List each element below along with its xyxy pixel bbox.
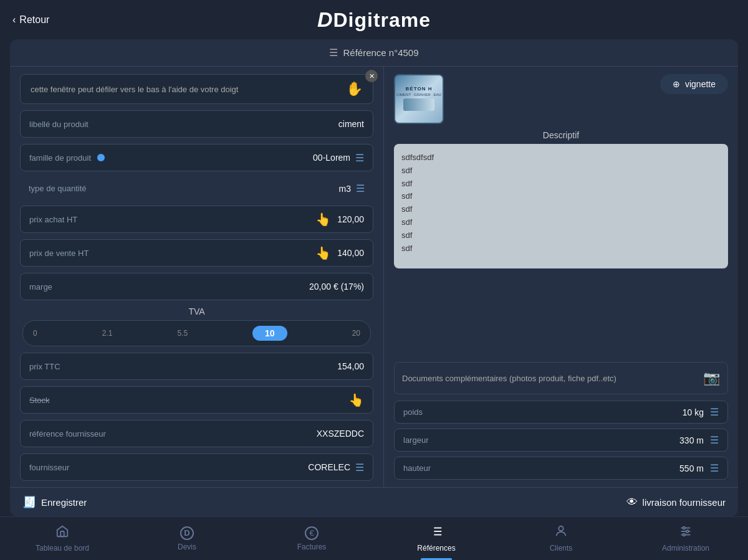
back-label: Retour xyxy=(19,14,49,26)
prix-vente-value: 140,00 xyxy=(337,248,364,258)
back-button[interactable]: ‹ Retour xyxy=(12,14,49,26)
marge-field: marge 20,00 € (17%) xyxy=(20,273,373,300)
dim-value-hauteur: 550 m ☰ xyxy=(679,462,719,474)
dim-row-largeur: largeur 330 m ☰ xyxy=(394,429,728,452)
documents-section[interactable]: Documents complémentaires (photos produi… xyxy=(394,362,728,394)
nav-label-devis: Devis xyxy=(178,543,196,551)
vignette-button[interactable]: ⊕ vignette xyxy=(660,74,728,94)
dim-label-poids: poids xyxy=(403,407,423,417)
svg-point-13 xyxy=(683,534,685,536)
app-title: DDigitrame xyxy=(317,7,431,32)
tva-label: TVA xyxy=(22,306,371,316)
dim-largeur-menu-icon[interactable]: ☰ xyxy=(710,434,719,446)
nav-icon-euro: € xyxy=(305,526,319,540)
nav-icon-list xyxy=(429,524,443,541)
save-label: Enregistrer xyxy=(41,497,87,508)
documents-label: Documents complémentaires (photos produi… xyxy=(402,374,616,383)
nav-item-clients[interactable]: Clients xyxy=(499,517,623,560)
dim-poids-menu-icon[interactable]: ☰ xyxy=(710,406,719,418)
tva-slider[interactable]: 0 2.1 5.5 10 20 xyxy=(22,320,371,346)
nav-item-references[interactable]: Références xyxy=(374,517,499,560)
main-card: ☰ Référence n°4509 cette fenêtre peut dé… xyxy=(10,39,738,516)
stock-label: Stock xyxy=(29,396,50,405)
nav-label-references: Références xyxy=(417,544,455,553)
qty-label: type de quantité xyxy=(29,184,87,193)
descriptif-section: Descriptif sdfsdfsdfsdfsdfsdfsdfsdfsdfsd… xyxy=(394,130,728,356)
fournisseur-field[interactable]: fournisseur CORELEC ☰ xyxy=(20,453,373,481)
prix-achat-value: 120,00 xyxy=(337,214,364,224)
ref-fournisseur-field[interactable]: référence fournisseur XXSZEDDC xyxy=(20,420,373,447)
famille-label: famille de produit xyxy=(29,153,91,163)
dim-poids-text: 10 kg xyxy=(683,407,704,417)
scroll-hint-text: cette fenêtre peut défiler vers le bas à… xyxy=(31,85,238,94)
qty-menu-icon[interactable]: ☰ xyxy=(356,183,365,194)
fournisseur-label: fournisseur xyxy=(29,463,69,472)
livraison-button[interactable]: 👁 livraison fournisseur xyxy=(626,496,726,509)
prix-achat-touch-icon: 👆 xyxy=(315,212,331,227)
tva-active-value: 10 xyxy=(252,326,287,341)
descriptif-content[interactable]: sdfsdfsdfsdfsdfsdfsdfsdfsdfsdf xyxy=(394,144,728,268)
qty-value-text: m3 xyxy=(339,184,351,194)
nav-item-administration[interactable]: Administration xyxy=(623,517,748,560)
svg-point-12 xyxy=(686,530,689,533)
save-button[interactable]: 🧾 Enregistrer xyxy=(22,495,87,509)
dim-value-largeur: 330 m ☰ xyxy=(679,434,719,446)
header-list-icon: ☰ xyxy=(329,47,338,59)
qty-row: type de quantité m3 ☰ xyxy=(20,178,373,199)
nav-icon-house xyxy=(55,524,69,541)
prix-vente-field[interactable]: prix de vente HT 👆 140,00 xyxy=(20,239,373,267)
tva-tick-55: 5.5 xyxy=(177,329,188,338)
dim-row-poids: poids 10 kg ☰ xyxy=(394,401,728,424)
dim-row-hauteur: hauteur 550 m ☰ xyxy=(394,457,728,480)
svg-rect-0 xyxy=(60,531,64,536)
stock-field[interactable]: Stock 👆 xyxy=(20,386,373,414)
tva-tick-20: 20 xyxy=(352,329,360,338)
dim-largeur-text: 330 m xyxy=(679,435,704,445)
ref-fournisseur-value: XXSZEDDC xyxy=(317,429,364,439)
blue-dot xyxy=(97,154,105,161)
vignette-icon: ⊕ xyxy=(673,79,680,89)
nav-item-tableau-de-bord[interactable]: Tableau de bord xyxy=(0,517,125,560)
libelle-label: libellé du produit xyxy=(29,120,89,129)
top-bar: ‹ Retour DDigitrame xyxy=(0,0,748,39)
vignette-label: vignette xyxy=(685,79,716,89)
descriptif-label: Descriptif xyxy=(394,130,728,140)
card-header: ☰ Référence n°4509 xyxy=(10,39,738,67)
prix-ttc-field[interactable]: prix TTC 154,00 xyxy=(20,353,373,380)
libelle-field[interactable]: libellé du produit ciment xyxy=(20,110,373,138)
nav-icon-person xyxy=(554,524,568,541)
nav-item-factures[interactable]: € Factures xyxy=(249,517,374,560)
right-panel: BÉTON H CIMENT · GRAVIER · EAU ⊕ vignett… xyxy=(384,67,738,487)
stock-touch-icon: 👆 xyxy=(348,392,364,407)
nav-item-devis[interactable]: D Devis xyxy=(125,517,249,560)
libelle-value: ciment xyxy=(338,119,364,129)
nav-label-administration: Administration xyxy=(662,544,709,553)
famille-left: famille de produit xyxy=(29,153,105,163)
card-body: cette fenêtre peut défiler vers le bas à… xyxy=(10,67,738,487)
marge-value: 20,00 € (17%) xyxy=(309,282,364,292)
hand-icon: ✋ xyxy=(346,81,363,97)
save-icon: 🧾 xyxy=(22,495,36,509)
fournisseur-menu-icon[interactable]: ☰ xyxy=(355,462,364,473)
dim-hauteur-text: 550 m xyxy=(679,463,704,473)
close-button[interactable]: ✕ xyxy=(365,70,378,82)
qty-value: m3 ☰ xyxy=(339,183,365,194)
prix-achat-label: prix achat HT xyxy=(29,215,77,224)
prix-achat-field[interactable]: prix achat HT 👆 120,00 xyxy=(20,206,373,233)
nav-label-factures: Factures xyxy=(297,543,327,551)
svg-point-7 xyxy=(559,526,563,531)
nav-icon-sliders xyxy=(679,524,693,541)
famille-menu-icon[interactable]: ☰ xyxy=(355,152,364,164)
main-content: ☰ Référence n°4509 cette fenêtre peut dé… xyxy=(0,39,748,516)
ref-fournisseur-label: référence fournisseur xyxy=(29,429,106,439)
prix-vente-touch-icon: 👆 xyxy=(315,245,331,260)
camera-icon[interactable]: 📷 xyxy=(703,370,720,386)
tva-tick-0: 0 xyxy=(33,329,37,338)
dim-hauteur-menu-icon[interactable]: ☰ xyxy=(710,462,719,474)
famille-value: 00-Lorem xyxy=(313,153,350,163)
fournisseur-value: CORELEC xyxy=(308,462,350,472)
prix-ttc-label: prix TTC xyxy=(29,362,60,371)
famille-field[interactable]: famille de produit 00-Lorem ☰ xyxy=(20,144,373,171)
marge-label: marge xyxy=(29,282,52,292)
product-thumbnail: BÉTON H CIMENT · GRAVIER · EAU xyxy=(394,74,444,124)
